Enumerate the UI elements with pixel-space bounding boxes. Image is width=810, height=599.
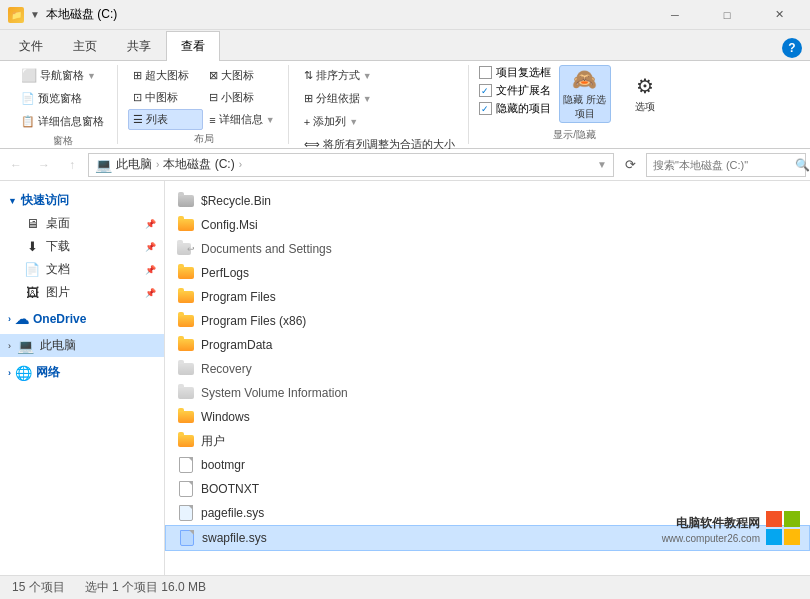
- programdata-folder-icon: [177, 336, 195, 354]
- file-extensions-toggle[interactable]: ✓ 文件扩展名: [479, 83, 551, 98]
- file-item-bootnxt[interactable]: BOOTNXT: [165, 477, 810, 501]
- pictures-icon: 🖼: [24, 285, 40, 301]
- details-pane-button[interactable]: 📋 详细信息窗格: [16, 111, 109, 132]
- path-dropdown-arrow: ▼: [597, 159, 607, 170]
- tab-view[interactable]: 查看: [166, 31, 220, 61]
- file-item-recycle[interactable]: $Recycle.Bin: [165, 189, 810, 213]
- file-item-configmsi[interactable]: Config.Msi: [165, 213, 810, 237]
- large-icons-button[interactable]: ⊠大图标: [204, 65, 279, 86]
- ribbon-group-panes: ⬜ 导航窗格 ▼ 📄 预览窗格 📋 详细信息窗格 窗格: [8, 65, 118, 144]
- item-count: 15 个项目: [12, 579, 65, 596]
- title-text: 本地磁盘 (C:): [46, 6, 646, 23]
- title-toolbar-icons: ▼: [30, 9, 40, 20]
- list-button[interactable]: ☰列表: [128, 109, 203, 130]
- hidden-items-box: ✓: [479, 102, 492, 115]
- nav-pane-button[interactable]: ⬜ 导航窗格 ▼: [16, 65, 101, 86]
- sort-by-button[interactable]: ⇅ 排序方式 ▼: [299, 65, 377, 86]
- address-path[interactable]: 💻 此电脑 › 本地磁盘 (C:) › ▼: [88, 153, 614, 177]
- search-box[interactable]: 🔍: [646, 153, 806, 177]
- sidebar-onedrive-label: OneDrive: [33, 312, 86, 326]
- tab-share[interactable]: 共享: [112, 31, 166, 61]
- help-button[interactable]: ?: [782, 38, 802, 58]
- small-icons-button[interactable]: ⊟小图标: [204, 87, 279, 108]
- details-button[interactable]: ≡详细信息 ▼: [204, 109, 279, 130]
- extra-large-icons-button[interactable]: ⊞超大图标: [128, 65, 203, 86]
- file-item-recovery[interactable]: Recovery: [165, 357, 810, 381]
- sidebar-item-pictures[interactable]: 🖼 图片 📌: [0, 281, 164, 304]
- forward-button[interactable]: →: [32, 153, 56, 177]
- back-button[interactable]: ←: [4, 153, 28, 177]
- sidebar-item-downloads[interactable]: ⬇ 下载 📌: [0, 235, 164, 258]
- file-item-programfilesx86[interactable]: Program Files (x86): [165, 309, 810, 333]
- file-item-windows[interactable]: Windows: [165, 405, 810, 429]
- file-item-programfiles[interactable]: Program Files: [165, 285, 810, 309]
- status-bar: 15 个项目 选中 1 个项目 16.0 MB: [0, 575, 810, 599]
- recycle-folder-icon: [177, 192, 195, 210]
- sidebar-section-onedrive: › ☁ OneDrive: [0, 308, 164, 330]
- downloads-icon: ⬇: [24, 239, 40, 255]
- file-item-bootmgr[interactable]: bootmgr: [165, 453, 810, 477]
- minimize-button[interactable]: ─: [652, 0, 698, 30]
- svg-rect-1: [784, 511, 800, 527]
- show-hide-content: 项目复选框 ✓ 文件扩展名 ✓ 隐藏的项目 🙈 隐藏 所选项目: [479, 65, 671, 126]
- up-button[interactable]: ↑: [60, 153, 84, 177]
- programfilesx86-folder-icon: [177, 312, 195, 330]
- tab-home[interactable]: 主页: [58, 31, 112, 61]
- docssettings-folder-icon: ↩: [177, 240, 195, 258]
- chevron-down-icon: ▼: [8, 196, 17, 206]
- chevron-right-icon: ›: [8, 314, 11, 324]
- programfiles-folder-icon: [177, 288, 195, 306]
- file-item-programdata[interactable]: ProgramData: [165, 333, 810, 357]
- medium-icons-button[interactable]: ⊡中图标: [128, 87, 203, 108]
- chevron-right-icon-pc: ›: [8, 341, 11, 351]
- sidebar-header-quick-access[interactable]: ▼ 快速访问: [0, 189, 164, 212]
- sidebar-section-quick-access: ▼ 快速访问 🖥 桌面 📌 ⬇ 下载 📌 📄 文档 📌 🖼 图片 �: [0, 189, 164, 304]
- sidebar-section-network: › 🌐 网络: [0, 361, 164, 384]
- search-input[interactable]: [653, 159, 791, 171]
- layout-group-label: 布局: [128, 132, 280, 148]
- pin-icon-dl: 📌: [145, 242, 156, 252]
- main-content: ▼ 快速访问 🖥 桌面 📌 ⬇ 下载 📌 📄 文档 📌 🖼 图片 �: [0, 181, 810, 575]
- users-folder-icon: [177, 432, 195, 450]
- svg-rect-3: [784, 529, 800, 545]
- sidebar-item-this-pc[interactable]: › 💻 此电脑: [0, 334, 164, 357]
- path-arrow-1: ›: [156, 159, 159, 170]
- hidden-items-toggle[interactable]: ✓ 隐藏的项目: [479, 101, 551, 116]
- file-item-users[interactable]: 用户: [165, 429, 810, 453]
- close-button[interactable]: ✕: [756, 0, 802, 30]
- file-item-perflogs[interactable]: PerfLogs: [165, 261, 810, 285]
- sidebar-item-desktop[interactable]: 🖥 桌面 📌: [0, 212, 164, 235]
- sidebar-quick-access-label: 快速访问: [21, 192, 69, 209]
- sidebar-header-network[interactable]: › 🌐 网络: [0, 361, 164, 384]
- panes-group-label: 窗格: [16, 134, 109, 150]
- ribbon-group-current-view: ⇅ 排序方式 ▼ ⊞ 分组依据 ▼ + 添加列 ▼ ⟺ 将所有列调整为合适的大小: [291, 65, 469, 144]
- refresh-button[interactable]: ⟳: [618, 153, 642, 177]
- file-extensions-box: ✓: [479, 84, 492, 97]
- ribbon-content: ⬜ 导航窗格 ▼ 📄 预览窗格 📋 详细信息窗格 窗格 ⊞超大图标: [0, 60, 810, 148]
- file-item-docssettings[interactable]: ↩ Documents and Settings: [165, 237, 810, 261]
- documents-icon: 📄: [24, 262, 40, 278]
- options-button[interactable]: ⚙ 选项: [619, 65, 671, 123]
- address-bar: ← → ↑ 💻 此电脑 › 本地磁盘 (C:) › ▼ ⟳ 🔍: [0, 149, 810, 181]
- sidebar-header-onedrive[interactable]: › ☁ OneDrive: [0, 308, 164, 330]
- path-arrow-2: ›: [239, 159, 242, 170]
- preview-pane-button[interactable]: 📄 预览窗格: [16, 88, 87, 109]
- current-view-content: ⇅ 排序方式 ▼ ⊞ 分组依据 ▼ + 添加列 ▼ ⟺ 将所有列调整为合适的大小: [299, 65, 460, 155]
- add-column-button[interactable]: + 添加列 ▼: [299, 111, 363, 132]
- item-checkboxes-toggle[interactable]: 项目复选框: [479, 65, 551, 80]
- path-this-pc: 此电脑: [116, 156, 152, 173]
- hide-selected-button[interactable]: 🙈 隐藏 所选项目: [559, 65, 611, 123]
- tab-file[interactable]: 文件: [4, 31, 58, 61]
- app-icon: 📁: [8, 7, 24, 23]
- perflogs-folder-icon: [177, 264, 195, 282]
- title-bar: 📁 ▼ 本地磁盘 (C:) ─ □ ✕: [0, 0, 810, 30]
- search-icon: 🔍: [795, 158, 810, 172]
- bootmgr-file-icon: [177, 456, 195, 474]
- file-item-systemvolume[interactable]: System Volume Information: [165, 381, 810, 405]
- svg-rect-0: [766, 511, 782, 527]
- group-by-button[interactable]: ⊞ 分组依据 ▼: [299, 88, 377, 109]
- show-hide-label: 显示/隐藏: [479, 128, 671, 144]
- path-drive-c: 本地磁盘 (C:): [163, 156, 234, 173]
- sidebar-item-documents[interactable]: 📄 文档 📌: [0, 258, 164, 281]
- maximize-button[interactable]: □: [704, 0, 750, 30]
